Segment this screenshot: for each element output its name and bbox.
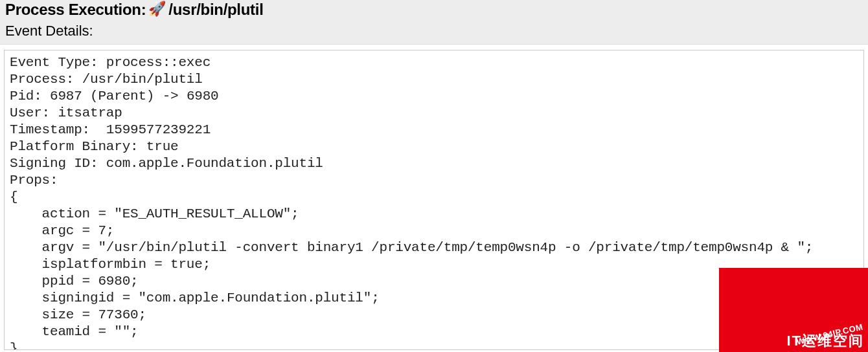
pid-value: 6987 — [50, 89, 82, 104]
rocket-icon: 🚀 — [148, 2, 166, 16]
header: Process Execution: 🚀 /usr/bin/plutil Eve… — [0, 0, 868, 45]
prop-action-value: "ES_AUTH_RESULT_ALLOW" — [114, 206, 291, 221]
user-value: itsatrap — [58, 105, 122, 120]
props-close-brace: } — [10, 341, 17, 350]
prop-signingid-value: "com.apple.Foundation.plutil" — [138, 291, 371, 305]
parent-label: (Parent) — [90, 89, 154, 104]
prop-ppid-value: 6980 — [98, 274, 130, 289]
user-label: User: — [10, 105, 50, 120]
prop-isplatformbin-value: true — [170, 257, 203, 272]
event-details-text: Event Type: process::exec Process: /usr/… — [10, 54, 858, 350]
process-label: Process: — [10, 72, 74, 87]
props-open-brace: { — [10, 190, 17, 204]
title-label: Process Execution: — [5, 0, 146, 19]
prop-signingid-key: signingid — [42, 291, 115, 305]
event-type-value: process::exec — [106, 55, 211, 70]
platform-binary-value: true — [146, 139, 179, 154]
prop-argv-key: argv — [42, 240, 74, 255]
prop-argv-value: "/usr/bin/plutil -convert binary1 /priva… — [98, 240, 805, 255]
signing-id-label: Signing ID: — [10, 156, 98, 171]
arrow: -> — [163, 89, 179, 104]
title-row: Process Execution: 🚀 /usr/bin/plutil — [5, 0, 863, 19]
prop-size-value: 77360 — [98, 307, 138, 322]
prop-teamid-value: "" — [114, 324, 130, 339]
process-value: /usr/bin/plutil — [82, 72, 203, 87]
pid-label: Pid: — [10, 89, 42, 104]
prop-argc-key: argc — [42, 223, 74, 238]
event-type-label: Event Type: — [10, 55, 98, 70]
timestamp-value: 1599577239221 — [106, 122, 211, 137]
ppid-value: 6980 — [187, 89, 219, 104]
prop-argc-value: 7 — [98, 223, 106, 238]
signing-id-value: com.apple.Foundation.plutil — [106, 156, 323, 171]
timestamp-label: Timestamp: — [10, 122, 90, 137]
event-details-panel: Event Type: process::exec Process: /usr/… — [4, 50, 864, 350]
prop-ppid-key: ppid — [42, 274, 74, 289]
prop-size-key: size — [42, 307, 74, 322]
prop-action-key: action — [42, 206, 90, 221]
event-details-label: Event Details: — [5, 22, 863, 40]
platform-binary-label: Platform Binary: — [10, 139, 138, 154]
title-path: /usr/bin/plutil — [168, 0, 263, 19]
prop-teamid-key: teamid — [42, 324, 90, 339]
props-label: Props: — [10, 173, 58, 188]
prop-isplatformbin-key: isplatformbin — [42, 257, 146, 272]
